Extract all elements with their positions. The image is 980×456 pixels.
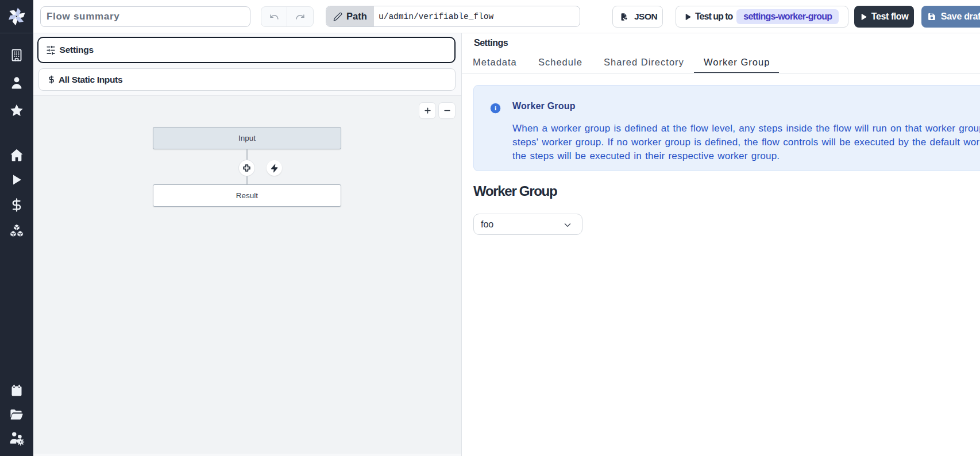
svg-text:i: i	[495, 105, 496, 111]
